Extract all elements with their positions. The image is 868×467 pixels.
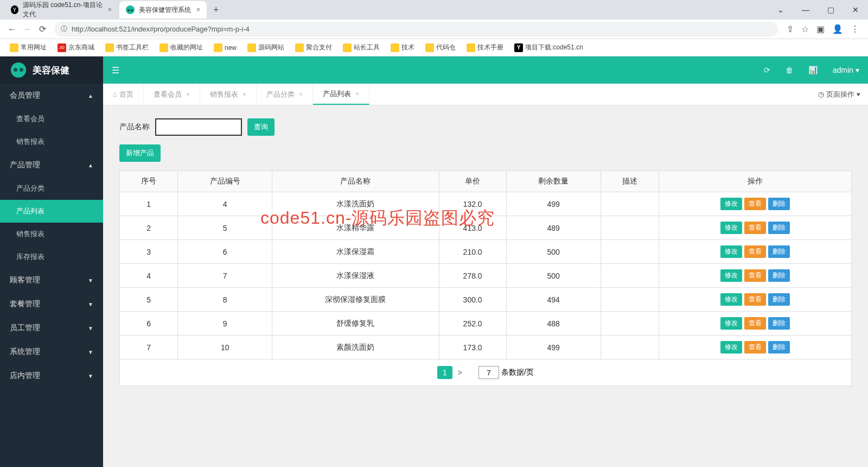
bookmark-item[interactable]: JD京东商城	[53, 42, 99, 53]
table-cell: 3	[120, 240, 178, 264]
page-size-input[interactable]	[478, 366, 499, 379]
page-tab[interactable]: ⌂首页	[103, 84, 144, 105]
table-cell	[601, 312, 659, 336]
bookmark-item[interactable]: 常用网址	[5, 42, 51, 53]
menu-group-header[interactable]: 产品管理▲	[0, 153, 103, 177]
page-tab[interactable]: 查看会员×	[144, 84, 200, 105]
delete-button[interactable]: 删除	[768, 198, 790, 210]
bookmark-item[interactable]: new	[209, 42, 241, 53]
table-cell: 深彻保湿修复面膜	[272, 288, 439, 312]
close-button[interactable]: ✕	[843, 5, 868, 14]
menu-group-header[interactable]: 会员管理▲	[0, 84, 103, 108]
table-cell: 7	[178, 264, 272, 288]
bookmark-item[interactable]: 技术	[386, 42, 419, 53]
close-icon[interactable]: ×	[108, 6, 112, 14]
bookmark-item[interactable]: 技术手册	[462, 42, 508, 53]
reload-button[interactable]: ⟳	[35, 24, 50, 34]
minimize-button[interactable]: —	[793, 5, 818, 14]
menu-item[interactable]: 销售报表	[0, 223, 103, 245]
bookmark-item[interactable]: 代码仓	[421, 42, 460, 53]
search-button[interactable]: 查询	[247, 118, 275, 136]
toggle-sidebar-icon[interactable]: ☰	[112, 65, 119, 75]
edit-button[interactable]: 修改	[720, 293, 742, 306]
dropdown-icon[interactable]: ⌄	[768, 5, 793, 14]
edit-button[interactable]: 修改	[720, 341, 742, 354]
menu-group-header[interactable]: 顾客管理▼	[0, 268, 103, 292]
sidebar: 美容保健 会员管理▲查看会员销售报表产品管理▲产品分类产品列表销售报表库存报表顾…	[0, 56, 103, 467]
page-operations-menu[interactable]: ◷ 页面操作 ▾	[810, 84, 868, 105]
view-button[interactable]: 查看	[744, 341, 766, 354]
menu-icon[interactable]: ⋮	[851, 24, 859, 34]
search-label: 产品名称	[119, 122, 150, 132]
menu-item[interactable]: 查看会员	[0, 108, 103, 130]
edit-button[interactable]: 修改	[720, 317, 742, 330]
tab-title: 美容保健管理系统	[139, 5, 191, 15]
table-cell: 7	[120, 336, 178, 359]
menu-item[interactable]: 库存报表	[0, 245, 103, 268]
menu-item[interactable]: 产品分类	[0, 177, 103, 200]
edit-button[interactable]: 修改	[720, 269, 742, 282]
close-icon[interactable]: ×	[242, 91, 246, 98]
view-button[interactable]: 查看	[744, 198, 766, 210]
view-button[interactable]: 查看	[744, 245, 766, 258]
table-row: 58深彻保湿修复面膜300.0494修改查看删除	[120, 288, 852, 312]
new-tab-button[interactable]: +	[208, 4, 225, 16]
url-input[interactable]: ⓘ http://localhost:521/index#pro/produce…	[54, 22, 778, 37]
bookmark-item[interactable]: 书签工具栏	[101, 42, 153, 53]
close-icon[interactable]: ×	[186, 91, 190, 98]
view-button[interactable]: 查看	[744, 269, 766, 282]
bookmark-item[interactable]: 收藏的网址	[155, 42, 207, 53]
star-icon[interactable]: ☆	[801, 24, 809, 34]
close-icon[interactable]: ×	[299, 91, 303, 98]
product-name-input[interactable]	[155, 118, 242, 136]
page-tab[interactable]: 产品列表×	[313, 84, 369, 105]
bookmark-item[interactable]: 源码网站	[243, 42, 289, 53]
back-button[interactable]: ←	[4, 24, 20, 34]
table-cell: 252.0	[439, 312, 506, 336]
edit-button[interactable]: 修改	[720, 245, 742, 258]
page-tab[interactable]: 产品分类×	[257, 84, 313, 105]
refresh-icon[interactable]: ⟳	[764, 66, 770, 74]
add-product-button[interactable]: 新增产品	[119, 144, 161, 162]
table-cell: 500	[506, 264, 601, 288]
search-row: 产品名称 查询	[119, 118, 852, 136]
page-current[interactable]: 1	[437, 366, 452, 379]
delete-button[interactable]: 删除	[768, 293, 790, 306]
forward-button[interactable]: →	[20, 24, 35, 34]
table-cell: 10	[178, 336, 272, 359]
delete-button[interactable]: 删除	[768, 269, 790, 282]
bookmark-item[interactable]: 聚合支付	[291, 42, 336, 53]
view-button[interactable]: 查看	[744, 222, 766, 234]
view-button[interactable]: 查看	[744, 317, 766, 330]
menu-item[interactable]: 销售报表	[0, 130, 103, 153]
close-icon[interactable]: ×	[355, 90, 359, 98]
view-button[interactable]: 查看	[744, 293, 766, 306]
menu-group-header[interactable]: 员工管理▼	[0, 316, 103, 340]
extensions-icon[interactable]: ▣	[816, 24, 825, 34]
share-icon[interactable]: ⇪	[787, 24, 794, 34]
edit-button[interactable]: 修改	[720, 222, 742, 234]
delete-button[interactable]: 删除	[768, 341, 790, 354]
browser-tab-active[interactable]: ●● 美容保健管理系统 ×	[119, 1, 207, 18]
menu-group-header[interactable]: 系统管理▼	[0, 340, 103, 364]
page-next-button[interactable]: >	[458, 368, 462, 377]
delete-button[interactable]: 删除	[768, 317, 790, 330]
bookmark-item[interactable]: 站长工具	[339, 42, 384, 53]
menu-item[interactable]: 产品列表	[0, 200, 103, 223]
browser-chrome: Y 源码乐园 code51.cn-项目论文代 × ●● 美容保健管理系统 × +…	[0, 0, 868, 56]
menu-group-header[interactable]: 店内管理▼	[0, 364, 103, 388]
profile-icon[interactable]: 👤	[832, 24, 843, 34]
close-icon[interactable]: ×	[196, 6, 200, 14]
page-tab[interactable]: 销售报表×	[200, 84, 257, 105]
user-menu[interactable]: admin ▾	[833, 66, 859, 74]
delete-button[interactable]: 删除	[768, 245, 790, 258]
menu-group-header[interactable]: 套餐管理▼	[0, 292, 103, 316]
edit-button[interactable]: 修改	[720, 198, 742, 210]
browser-tab[interactable]: Y 源码乐园 code51.cn-项目论文代 ×	[4, 1, 118, 18]
maximize-button[interactable]: ▢	[818, 5, 843, 14]
trash-icon[interactable]: 🗑	[786, 66, 793, 74]
url-text: http://localhost:521/index#pro/producePa…	[72, 25, 250, 33]
bookmark-item[interactable]: Y项目下载:code51.cn	[510, 42, 588, 53]
dashboard-icon[interactable]: 📊	[808, 66, 818, 74]
delete-button[interactable]: 删除	[768, 222, 790, 234]
